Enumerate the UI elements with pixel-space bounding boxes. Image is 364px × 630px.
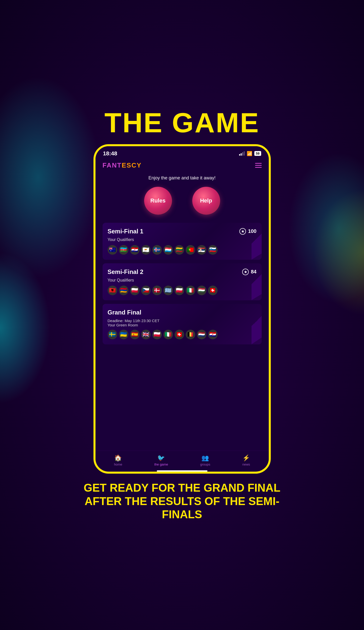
app-content: Enjoy the game and take it away! Rules H…	[95, 172, 269, 451]
semi-final-2-flags: 🇦🇱 🇦🇲 🇵🇱 🇨🇿 🇩🇰 🇬🇷 🇵🇱 🇮🇹 🇭🇺 🇨🇭	[108, 286, 257, 295]
flag-pl2: 🇵🇱	[175, 286, 184, 295]
semi-final-1-flags: 🇦🇺 🇦🇿 🇭🇷 🇨🇾 🇮🇸 🇱🇺 🇱🇹 🇵🇹 🇷🇸 🇸🇮	[108, 245, 257, 255]
groups-label: groups	[200, 462, 210, 466]
news-label: news	[242, 462, 250, 466]
groups-icon: 👥	[201, 454, 209, 461]
flag-hr: 🇭🇷	[130, 245, 140, 255]
semi-final-1-header: Semi-Final 1 ★ 100	[108, 228, 257, 235]
flag-ch2: 🇨🇭	[175, 330, 184, 339]
app-logo: FANTESCY	[103, 161, 142, 169]
semi-final-1-title: Semi-Final 1	[108, 228, 143, 235]
flag-am: 🇦🇲	[119, 286, 128, 295]
grand-final-header: Grand Final	[108, 309, 257, 316]
help-button[interactable]: Help	[192, 187, 220, 215]
flag-it2: 🇮🇹	[163, 330, 173, 339]
flag-pl: 🇵🇱	[130, 286, 140, 295]
flag-es: 🇪🇸	[130, 330, 140, 339]
flag-si: 🇸🇮	[208, 245, 218, 255]
nav-item-news[interactable]: ⚡ news	[242, 454, 250, 466]
bottom-text: GET READY FOR THE GRAND FINAL AFTER THE …	[68, 481, 296, 521]
grand-final-flags: 🇸🇪 🇺🇦 🇪🇸 🇬🇧 🇵🇱 🇮🇹 🇨🇭 🇧🇪 🇳🇱 🇭🇷	[108, 330, 257, 339]
right-glow-decoration	[313, 189, 364, 316]
tagline: Enjoy the game and take it away!	[103, 174, 262, 181]
flag-au: 🇦🇺	[108, 245, 117, 255]
flag-cy: 🇨🇾	[141, 245, 151, 255]
grand-final-green-room-label: Your Green Room	[108, 323, 257, 327]
bottom-text-line1: GET READY FOR THE GRAND FINAL	[73, 481, 291, 495]
wifi-icon: 📶	[247, 151, 252, 156]
semi-final-2-qualifier-label: Your Qualifiers	[108, 278, 257, 283]
flag-be: 🇧🇪	[186, 330, 195, 339]
hamburger-menu-icon[interactable]	[255, 163, 262, 168]
score-star-icon-2: ★	[242, 269, 249, 275]
flag-cz: 🇨🇿	[141, 286, 151, 295]
flag-rs: 🇷🇸	[197, 245, 206, 255]
flag-is: 🇮🇸	[152, 245, 162, 255]
flag-al: 🇦🇱	[108, 286, 117, 295]
app-header: FANTESCY	[95, 159, 269, 172]
flag-pl3: 🇵🇱	[152, 330, 162, 339]
flag-gb: 🇬🇧	[141, 330, 151, 339]
action-buttons: Rules Help	[103, 187, 262, 215]
semi-final-2-card[interactable]: Semi-Final 2 ★ 84 Your Qualifiers 🇦🇱 🇦🇲 …	[103, 263, 262, 300]
flag-ua: 🇺🇦	[119, 330, 128, 339]
flag-se: 🇸🇪	[108, 330, 117, 339]
flag-gr: 🇬🇷	[163, 286, 173, 295]
logo-escy: ESCY	[122, 161, 142, 169]
page-title: THE GAME	[104, 109, 260, 137]
grand-final-card[interactable]: Grand Final Deadline: May 11th 23:30 CET…	[103, 304, 262, 344]
bottom-text-line2: AFTER THE RESULTS OF THE SEMI-FINALS	[73, 495, 291, 522]
status-time: 18:48	[103, 150, 117, 157]
logo-fant: FANT	[103, 161, 122, 169]
flag-pt: 🇵🇹	[186, 245, 195, 255]
flag-ch: 🇨🇭	[208, 286, 218, 295]
flag-lt: 🇱🇹	[175, 245, 184, 255]
phone-frame: 18:48 📶 59 FANTESCY Enjoy the game a	[93, 144, 271, 474]
grand-final-title: Grand Final	[108, 309, 141, 316]
nav-item-groups[interactable]: 👥 groups	[200, 454, 210, 466]
semi-final-2-title: Semi-Final 2	[108, 268, 143, 275]
semi-final-1-score: ★ 100	[239, 228, 256, 235]
home-icon: 🏠	[114, 454, 122, 461]
status-bar: 18:48 📶 59	[95, 146, 269, 159]
nav-item-home[interactable]: 🏠 home	[114, 454, 122, 466]
battery-icon: 59	[254, 151, 261, 156]
the-game-icon: 🐦	[157, 454, 165, 461]
status-icons: 📶 59	[239, 151, 261, 156]
bottom-nav: 🏠 home 🐦 the game 👥 groups ⚡ news	[95, 451, 269, 469]
signal-icon	[239, 151, 245, 156]
semi-final-1-qualifier-label: Your Qualifiers	[108, 237, 257, 242]
rules-button[interactable]: Rules	[144, 187, 172, 215]
grand-final-deadline: Deadline: May 11th 23:30 CET	[108, 319, 257, 323]
flag-hu: 🇭🇺	[197, 286, 206, 295]
the-game-label: the game	[154, 462, 168, 466]
news-icon: ⚡	[242, 454, 250, 461]
semi-final-1-card[interactable]: Semi-Final 1 ★ 100 Your Qualifiers 🇦🇺 🇦🇿…	[103, 223, 262, 260]
semi-final-2-score: ★ 84	[242, 269, 256, 275]
grand-final-info: Deadline: May 11th 23:30 CET Your Green …	[108, 319, 257, 327]
nav-item-the-game[interactable]: 🐦 the game	[154, 454, 168, 466]
flag-nl: 🇳🇱	[197, 330, 206, 339]
page-container: THE GAME 18:48 📶 59 FANTESCY	[68, 104, 296, 526]
semi-final-2-header: Semi-Final 2 ★ 84	[108, 268, 257, 275]
flag-dk: 🇩🇰	[152, 286, 162, 295]
home-indicator	[157, 470, 207, 472]
home-label: home	[114, 462, 122, 466]
flag-az: 🇦🇿	[119, 245, 128, 255]
flag-it: 🇮🇹	[186, 286, 195, 295]
flag-hr2: 🇭🇷	[208, 330, 218, 339]
score-star-icon: ★	[239, 228, 246, 235]
left-glow-decoration	[0, 252, 51, 404]
flag-lu: 🇱🇺	[163, 245, 173, 255]
